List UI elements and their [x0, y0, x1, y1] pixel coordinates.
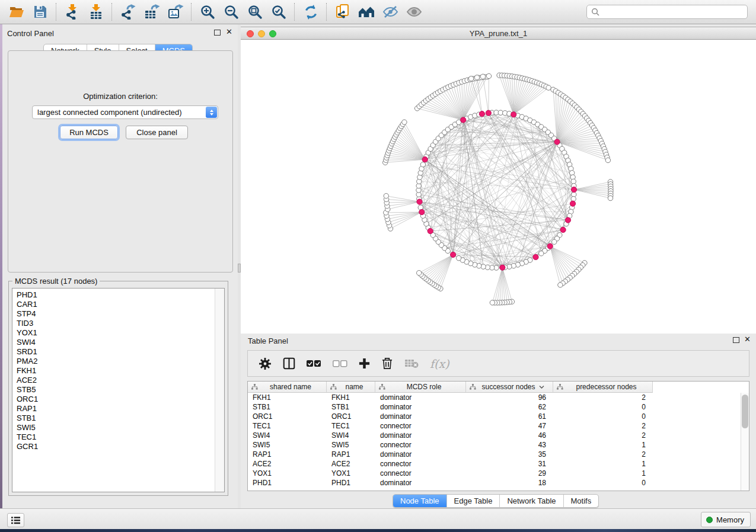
mcds-result-item[interactable]: GCR1: [17, 442, 224, 451]
run-mcds-button[interactable]: Run MCDS: [60, 126, 118, 139]
refresh-button[interactable]: [299, 2, 323, 22]
zoom-in-button[interactable]: [196, 2, 219, 22]
memory-label: Memory: [716, 515, 744, 524]
table-row[interactable]: STB1STB1dominator620: [248, 402, 741, 412]
table-cell: 18: [466, 479, 553, 487]
toolbar-separator: [326, 3, 327, 21]
home-button[interactable]: [355, 2, 378, 22]
status-bar: Memory: [0, 508, 756, 529]
table-row[interactable]: PHD1PHD1dominator180: [248, 478, 741, 488]
table-settings-button[interactable]: [259, 357, 272, 370]
table-cell: 2: [553, 422, 653, 430]
mcds-result-item[interactable]: SRD1: [17, 347, 224, 357]
mcds-result-item[interactable]: ORC1: [17, 395, 224, 404]
mcds-result-item[interactable]: STP4: [17, 309, 224, 319]
table-row[interactable]: ACE2ACE2connector311: [248, 459, 741, 469]
tab-edge-table[interactable]: Edge Table: [447, 495, 500, 507]
column-type-icon: [330, 384, 337, 390]
table-panel: Table Panel ✕: [241, 334, 756, 508]
close-window-icon[interactable]: ✕: [744, 336, 751, 342]
unselect-all-columns-button[interactable]: [333, 360, 347, 367]
open-file-button[interactable]: [5, 2, 28, 22]
criterion-value: largest connected component (undirected): [37, 108, 182, 117]
table-cell: SWI5: [248, 441, 327, 449]
mcds-result-item[interactable]: CAR1: [17, 300, 224, 309]
node-table-header: shared namenameMCDS rolesuccessor nodesp…: [248, 382, 653, 393]
export-table-icon: [144, 4, 160, 20]
mcds-result-title: MCDS result (17 nodes): [12, 277, 100, 286]
mcds-result-item[interactable]: TID3: [17, 319, 224, 328]
table-row[interactable]: TEC1TEC1connector472: [248, 421, 741, 431]
close-panel-button[interactable]: Close panel: [126, 126, 188, 139]
table-scrollbar-thumb[interactable]: [742, 395, 748, 428]
float-window-icon[interactable]: [214, 30, 221, 36]
mcds-result-item[interactable]: RAP1: [17, 404, 224, 414]
criterion-select[interactable]: largest connected component (undirected): [32, 105, 218, 119]
delete-table-button[interactable]: [404, 358, 419, 368]
import-network-button[interactable]: [60, 2, 84, 22]
import-table-button[interactable]: [84, 2, 108, 22]
mcds-result-item[interactable]: PHD1: [17, 290, 224, 300]
mcds-result-item[interactable]: SWI4: [17, 338, 224, 347]
close-window-icon[interactable]: ✕: [226, 29, 232, 35]
table-row[interactable]: RAP1RAP1dominator352: [248, 450, 741, 459]
column-header-successor-nodes[interactable]: successor nodes: [466, 382, 553, 393]
table-row[interactable]: ORC1ORC1dominator610: [248, 412, 741, 421]
create-column-button[interactable]: [359, 358, 370, 369]
network-graph[interactable]: [241, 40, 756, 334]
refresh-icon: [304, 5, 318, 20]
toolbar-separator: [111, 3, 113, 21]
network-canvas[interactable]: [241, 40, 756, 334]
float-window-icon[interactable]: [733, 337, 739, 343]
hide-panel-button[interactable]: [378, 2, 402, 22]
trash-icon: [381, 357, 393, 370]
mcds-result-item[interactable]: STB5: [17, 385, 224, 395]
save-session-button[interactable]: [28, 2, 52, 22]
export-network-button[interactable]: [116, 2, 140, 22]
zoom-selected-button[interactable]: [267, 2, 291, 22]
select-all-columns-button[interactable]: [307, 360, 321, 367]
mcds-result-item[interactable]: FKH1: [17, 366, 224, 376]
table-scrollbar[interactable]: [741, 393, 749, 491]
table-cell: dominator: [375, 450, 466, 459]
task-history-button[interactable]: [7, 513, 24, 527]
delete-column-button[interactable]: [381, 357, 393, 370]
mcds-result-item[interactable]: STB1: [17, 414, 224, 423]
table-row[interactable]: FKH1FKH1dominator962: [248, 393, 741, 402]
table-cell: 35: [466, 450, 553, 459]
column-header-shared-name[interactable]: shared name: [248, 382, 327, 393]
export-table-button[interactable]: [140, 2, 164, 22]
column-header-MCDS-role[interactable]: MCDS role: [375, 382, 466, 393]
search-input[interactable]: [599, 6, 747, 18]
export-image-button[interactable]: [164, 2, 187, 22]
column-header-predecessor-nodes[interactable]: predecessor nodes: [553, 382, 653, 393]
tab-network-table[interactable]: Network Table: [500, 495, 563, 507]
table-row[interactable]: SWI5SWI5connector431: [248, 440, 741, 450]
mcds-list-scrollbar[interactable]: [215, 289, 224, 492]
mcds-result-item[interactable]: PMA2: [17, 357, 224, 366]
show-column-panel-button[interactable]: [283, 357, 295, 370]
network-document-icon: [336, 4, 350, 20]
show-panel-button[interactable]: [402, 2, 426, 22]
table-cell: 31: [466, 460, 553, 468]
control-panel-title: Control Panel: [7, 29, 54, 38]
zoom-fit-button[interactable]: [243, 2, 267, 22]
column-type-icon: [379, 384, 385, 390]
table-cell: 1: [553, 441, 653, 449]
zoom-out-button[interactable]: [219, 2, 243, 22]
memory-button[interactable]: Memory: [701, 512, 751, 527]
column-header-name[interactable]: name: [327, 382, 375, 393]
mcds-result-item[interactable]: TEC1: [17, 432, 224, 442]
sort-chevron-icon: [539, 385, 544, 389]
mcds-result-item[interactable]: SWI5: [17, 423, 224, 432]
table-row[interactable]: YOX1YOX1connector291: [248, 469, 741, 478]
table-row[interactable]: SWI4SWI4dominator462: [248, 431, 741, 440]
tab-motifs[interactable]: Motifs: [564, 495, 599, 507]
tab-node-table[interactable]: Node Table: [393, 495, 447, 507]
network-window-titlebar[interactable]: YPA_prune.txt_1: [241, 27, 756, 40]
mcds-result-item[interactable]: ACE2: [17, 376, 224, 385]
open-network-document-button[interactable]: [331, 2, 355, 22]
network-window-title: YPA_prune.txt_1: [241, 29, 756, 38]
mcds-result-item[interactable]: YOX1: [17, 328, 224, 338]
function-builder-button[interactable]: f(x): [430, 357, 449, 370]
